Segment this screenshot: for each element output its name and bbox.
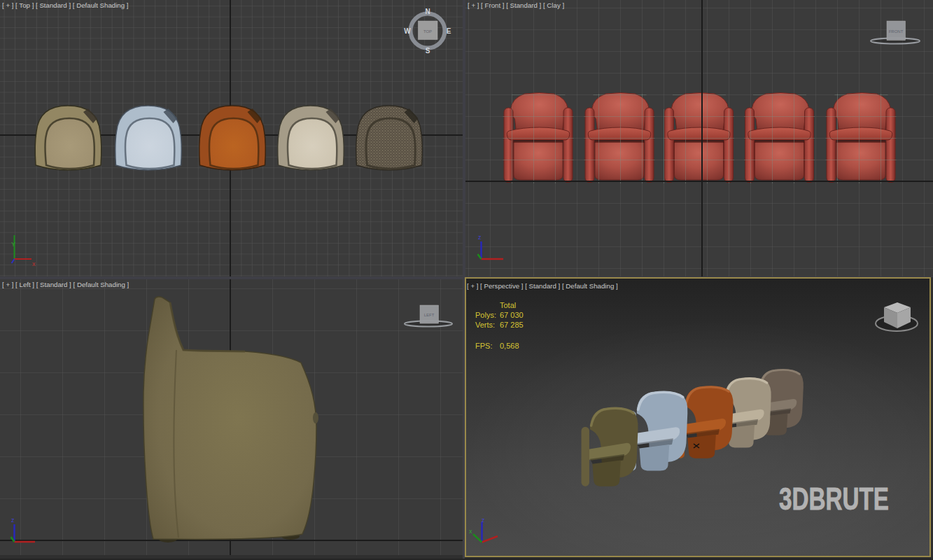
- svg-text:0,568: 0,568: [500, 342, 519, 350]
- svg-text:[ + ] [ Left ] [ Standard ] [: [ + ] [ Left ] [ Standard ] [ Default Sh…: [2, 281, 129, 288]
- svg-text:LEFT: LEFT: [424, 313, 435, 317]
- svg-text:z: z: [482, 517, 485, 524]
- svg-text:z: z: [11, 517, 15, 524]
- svg-text:[ + ] [ Top ] [ Standard ] [ D: [ + ] [ Top ] [ Standard ] [ Default Sha…: [2, 1, 129, 9]
- svg-text:67 030: 67 030: [500, 311, 524, 319]
- svg-text:Polys:: Polys:: [475, 311, 496, 319]
- svg-text:Verts:: Verts:: [475, 321, 495, 329]
- svg-text:Y: Y: [11, 241, 15, 248]
- svg-text:Total: Total: [500, 301, 516, 309]
- svg-text:3DBRUTE: 3DBRUTE: [779, 482, 889, 516]
- svg-text:TOP: TOP: [423, 29, 432, 34]
- svg-text:67 285: 67 285: [500, 321, 524, 329]
- svg-text:S: S: [426, 47, 430, 55]
- svg-text:x: x: [469, 528, 472, 535]
- svg-text:[ + ] [ Front ] [ Standard ] [: [ + ] [ Front ] [ Standard ] [ Clay ]: [468, 1, 564, 9]
- svg-text:z: z: [478, 234, 482, 241]
- svg-text:E: E: [447, 27, 451, 35]
- svg-text:FPS:: FPS:: [475, 342, 492, 350]
- svg-text:W: W: [404, 27, 411, 35]
- svg-text:N: N: [425, 8, 430, 15]
- svg-text:FRONT: FRONT: [889, 29, 904, 34]
- svg-text:x: x: [32, 260, 36, 267]
- svg-text:[ + ] [ Perspective ] [ Standa: [ + ] [ Perspective ] [ Standard ] [ Def…: [467, 282, 618, 290]
